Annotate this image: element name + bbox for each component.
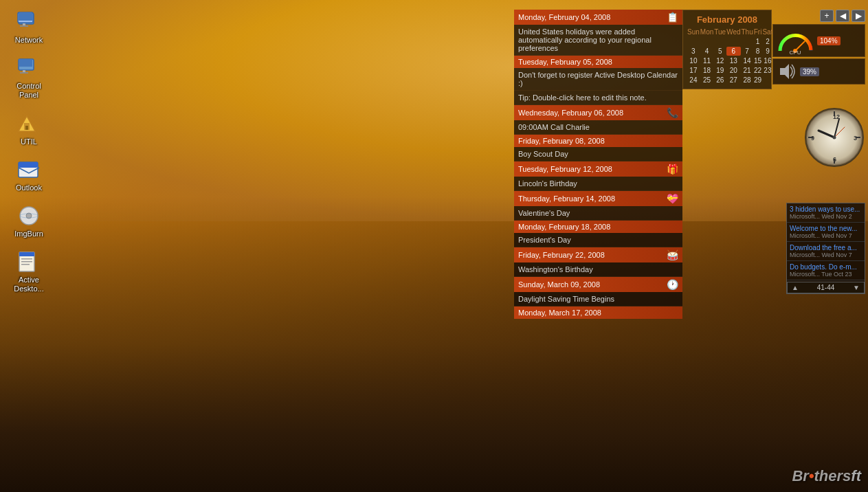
- svg-rect-3: [23, 23, 25, 25]
- event-entry: Tip: Double-click here to edit this note…: [514, 91, 682, 105]
- calendar-day[interactable]: 18: [700, 66, 713, 75]
- notification-item[interactable]: 3 hidden ways to use...Microsoft... Wed …: [787, 203, 865, 223]
- calendar-day[interactable]: 15: [754, 56, 762, 65]
- calendar-day[interactable]: 6: [726, 47, 740, 56]
- clock-widget: 12 3 6 9: [803, 107, 865, 171]
- calendar-day[interactable]: 24: [687, 76, 700, 85]
- calendar-day: [687, 37, 700, 46]
- calendar-day[interactable]: 9: [762, 47, 772, 56]
- svg-marker-25: [780, 64, 789, 79]
- util-icon: [16, 111, 41, 136]
- event-entry: Washington's Birthday: [514, 262, 682, 277]
- event-entry: 09:00AM Call Charlie: [514, 120, 682, 135]
- system-gauge: + ◀ ▶ CPU 104%: [772, 10, 865, 86]
- desktop-icon-outlook[interactable]: Outlook: [7, 155, 51, 195]
- imgburn-label: ImgBurn: [14, 230, 43, 238]
- calendar-day[interactable]: 2: [762, 37, 772, 46]
- event-entry: Lincoln's Birthday: [514, 177, 682, 191]
- calendar-day[interactable]: 20: [726, 66, 740, 75]
- notification-item[interactable]: Download the free a...Microsoft... Wed N…: [787, 242, 865, 261]
- notification-title: Do budgets. Do e-m...: [790, 263, 862, 271]
- calendar-day[interactable]: 28: [742, 76, 753, 85]
- notif-down-button[interactable]: ▼: [853, 284, 860, 291]
- calendar-day[interactable]: 22: [754, 66, 762, 75]
- calendar-day-header: Tue: [714, 27, 726, 36]
- event-date-header[interactable]: Monday, February 04, 2008📋: [514, 10, 682, 25]
- calendar-day[interactable]: 13: [726, 56, 740, 65]
- calendar-day-header: Mon: [700, 27, 713, 36]
- calendar-day[interactable]: 14: [742, 56, 753, 65]
- svg-rect-21: [21, 264, 30, 265]
- desktop-icon-network[interactable]: Network: [7, 7, 51, 47]
- desktop-icon-control-panel[interactable]: Control Panel: [7, 53, 51, 102]
- event-date-header[interactable]: Wednesday, February 06, 2008📞: [514, 105, 682, 120]
- network-label: Network: [15, 36, 43, 45]
- svg-text:CPU: CPU: [790, 49, 801, 54]
- calendar-day: [700, 37, 713, 46]
- calendar-day-header: Thu: [742, 27, 753, 36]
- svg-rect-18: [19, 252, 34, 256]
- notification-item[interactable]: Do budgets. Do e-m...Microsoft... Tue Oc…: [787, 261, 865, 280]
- svg-text:6: 6: [833, 156, 836, 163]
- prev-button[interactable]: ◀: [836, 10, 849, 22]
- notif-up-button[interactable]: ▲: [792, 284, 799, 291]
- calendar-day[interactable]: 1: [754, 37, 762, 46]
- notification-item[interactable]: Welcome to the new...Microsoft... Wed No…: [787, 223, 865, 242]
- event-icon: 📋: [667, 12, 678, 23]
- desktop-icon-util[interactable]: UTIL: [7, 109, 51, 149]
- calendar-day[interactable]: 29: [754, 76, 762, 85]
- add-button[interactable]: +: [820, 10, 834, 22]
- calendar-day[interactable]: 8: [754, 47, 762, 56]
- event-date-text: Monday, February 18, 2008: [518, 223, 610, 231]
- outlook-label: Outlook: [16, 183, 42, 192]
- event-icon: 🥁: [667, 249, 678, 260]
- calendar-day[interactable]: 12: [714, 56, 726, 65]
- calendar-day[interactable]: 19: [714, 66, 726, 75]
- calendar-day[interactable]: 10: [687, 56, 700, 65]
- event-date-header[interactable]: Friday, February 22, 2008🥁: [514, 247, 682, 262]
- calendar-day[interactable]: 3: [687, 47, 700, 56]
- event-date-text: Wednesday, February 06, 2008: [518, 109, 623, 117]
- event-entry: Don't forget to register Active Desktop …: [514, 68, 682, 91]
- calendar-day[interactable]: 17: [687, 66, 700, 75]
- desktop-icons-container: NetworkControl PanelUTILOutlookImgBurnAc…: [0, 0, 58, 304]
- calendar-day[interactable]: 7: [742, 47, 753, 56]
- cpu-gauge-svg: CPU: [777, 27, 814, 54]
- calendar-day[interactable]: 26: [714, 76, 726, 85]
- event-date-header[interactable]: Thursday, February 14, 2008💝: [514, 191, 682, 206]
- imgburn-icon: [16, 203, 41, 228]
- event-date-header[interactable]: Monday, March 17, 2008: [514, 306, 682, 319]
- calendar-day[interactable]: 23: [762, 66, 772, 75]
- event-date-text: Thursday, February 14, 2008: [518, 194, 615, 203]
- calendar-day[interactable]: 25: [700, 76, 713, 85]
- calendar-day[interactable]: 11: [700, 56, 713, 65]
- calendar-day[interactable]: 27: [726, 76, 740, 85]
- event-date-header[interactable]: Friday, February 08, 2008: [514, 135, 682, 147]
- calendar-widget: February 2008 SunMonTueWedThuFriSat12345…: [682, 10, 772, 89]
- svg-rect-8: [20, 72, 28, 74]
- event-date-text: Friday, February 22, 2008: [518, 251, 605, 259]
- event-entry: United States holidays were added automa…: [514, 25, 682, 56]
- calendar-day-header: Sat: [762, 27, 772, 36]
- notification-meta: Microsoft... Wed Nov 2: [790, 213, 862, 220]
- event-date-header[interactable]: Tuesday, February 12, 2008🎁: [514, 161, 682, 177]
- event-icon: 🕐: [667, 279, 678, 290]
- calendar-day[interactable]: 16: [762, 56, 772, 65]
- volume-label: 39%: [800, 67, 819, 76]
- event-icon: 🎁: [667, 164, 678, 175]
- calendar-day: [762, 76, 772, 85]
- calendar-day[interactable]: 21: [742, 66, 753, 75]
- desktop-icon-imgburn[interactable]: ImgBurn: [7, 201, 51, 241]
- event-date-header[interactable]: Monday, February 18, 2008: [514, 221, 682, 233]
- calendar-day[interactable]: 4: [700, 47, 713, 56]
- svg-rect-6: [19, 59, 32, 67]
- control-panel-icon: [16, 56, 41, 80]
- calendar-day-header: Fri: [754, 27, 762, 36]
- desktop-icon-active-desktop[interactable]: Active Deskto...: [7, 247, 51, 296]
- next-button[interactable]: ▶: [852, 10, 865, 22]
- event-date-text: Friday, February 08, 2008: [518, 137, 605, 145]
- event-date-header[interactable]: Sunday, March 09, 2008🕐: [514, 277, 682, 292]
- event-date-header[interactable]: Tuesday, February 05, 2008: [514, 56, 682, 68]
- svg-point-39: [833, 136, 836, 139]
- calendar-day[interactable]: 5: [714, 47, 726, 56]
